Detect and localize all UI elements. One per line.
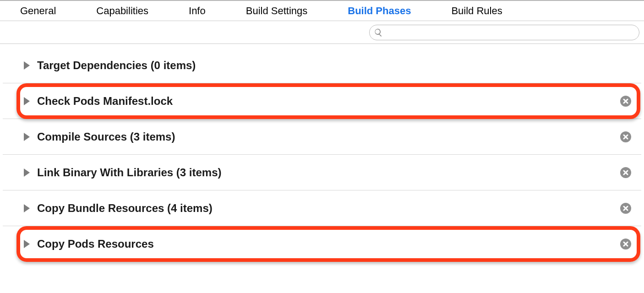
close-icon [623,241,628,247]
close-icon [623,134,628,140]
phase-check-pods-manifest[interactable]: Check Pods Manifest.lock [3,83,641,119]
phase-copy-pods-resources[interactable]: Copy Pods Resources [3,226,641,262]
phase-title: Target Dependencies (0 items) [37,59,196,72]
disclosure-triangle-icon[interactable] [24,204,30,212]
remove-phase-button[interactable] [620,203,631,214]
close-icon [623,170,628,175]
tab-build-settings[interactable]: Build Settings [240,5,314,17]
search-field-wrapper [369,25,639,40]
phase-target-dependencies[interactable]: Target Dependencies (0 items) [3,48,641,83]
disclosure-triangle-icon[interactable] [24,133,30,141]
phase-title: Copy Pods Resources [37,238,154,250]
phase-compile-sources[interactable]: Compile Sources (3 items) [3,119,641,155]
phase-copy-bundle-resources[interactable]: Copy Bundle Resources (4 items) [3,190,641,226]
remove-phase-button[interactable] [620,96,631,107]
search-row [0,21,644,44]
phase-title: Compile Sources (3 items) [37,130,175,143]
tab-build-rules[interactable]: Build Rules [445,5,508,17]
remove-phase-button[interactable] [620,167,631,178]
remove-phase-button[interactable] [620,239,631,250]
disclosure-triangle-icon[interactable] [24,240,30,248]
close-icon [623,98,628,104]
disclosure-triangle-icon[interactable] [24,61,30,70]
search-input[interactable] [369,25,639,40]
phase-link-binary[interactable]: Link Binary With Libraries (3 items) [3,155,641,190]
tab-capabilities[interactable]: Capabilities [90,5,155,17]
tab-general[interactable]: General [14,5,62,17]
tab-info[interactable]: Info [182,5,212,17]
phase-title: Copy Bundle Resources (4 items) [37,202,213,215]
close-icon [623,206,628,211]
remove-phase-button[interactable] [620,131,631,142]
search-icon [374,28,383,37]
disclosure-triangle-icon[interactable] [24,168,30,177]
disclosure-triangle-icon[interactable] [24,97,30,105]
phase-title: Check Pods Manifest.lock [37,95,173,108]
tab-bar: General Capabilities Info Build Settings… [0,0,644,21]
phase-title: Link Binary With Libraries (3 items) [37,166,222,179]
tab-build-phases[interactable]: Build Phases [341,5,417,17]
build-phases-list: Target Dependencies (0 items) Check Pods… [0,48,644,262]
